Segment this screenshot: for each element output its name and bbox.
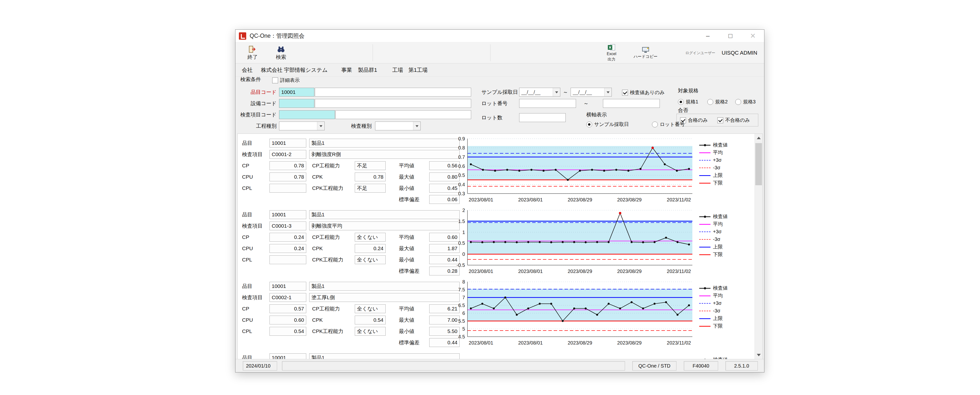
legend-item: 平均: [699, 292, 750, 299]
x-axis-sample-label: サンプル採取日: [594, 121, 629, 127]
legend-item: 上限: [699, 243, 750, 251]
x-axis-sample-radio[interactable]: サンプル採取日: [586, 121, 629, 127]
svg-text:2023/08/29: 2023/08/29: [617, 197, 642, 202]
min-label: 最小値: [399, 255, 414, 264]
excel-export-button[interactable]: Excel 出力: [598, 43, 625, 62]
item-code-field: 10001: [269, 210, 306, 219]
inspection-item-code-input[interactable]: [279, 110, 335, 119]
legend-label: 下限: [713, 180, 723, 186]
business-value: 製品群1: [358, 67, 377, 74]
max-label: 最大値: [399, 172, 414, 182]
svg-text:2023/08/01: 2023/08/01: [469, 269, 493, 274]
minimize-button[interactable]: –: [697, 30, 719, 42]
lot-count-input[interactable]: [519, 113, 566, 122]
process-type-select[interactable]: [279, 121, 325, 131]
cp-value-field: 0.57: [269, 304, 306, 313]
equipment-code-label: 設備コード: [235, 99, 277, 108]
spec2-label: 規格2: [715, 99, 728, 105]
inspection-item-code-label: 検査項目コード: [235, 110, 277, 119]
radio-circle: [586, 121, 592, 127]
legend-label: 平均: [713, 292, 723, 299]
inspection-result-panel: 品目 10001 製品1 検査項目 CP CP工程能力 平均値 CPU CPK …: [242, 352, 752, 360]
legend-line-sample: [699, 214, 711, 219]
x-axis-lot-radio[interactable]: ロット番号: [652, 121, 684, 127]
chevron-down-icon: [553, 88, 560, 96]
chevron-down-icon: [604, 88, 611, 96]
spec2-radio[interactable]: 規格2: [707, 99, 728, 105]
scrollbar-thumb[interactable]: [755, 143, 762, 185]
cpu-label: CPU: [242, 172, 253, 182]
search-conditions-title: 検索条件: [240, 75, 261, 84]
svg-text:5: 5: [462, 326, 465, 331]
item-code-input[interactable]: 10001: [279, 88, 314, 97]
svg-text:1: 1: [462, 229, 465, 235]
lot-count-label: ロット数: [481, 113, 502, 122]
search-button[interactable]: 検索: [270, 43, 292, 62]
exit-button[interactable]: 終了: [241, 43, 264, 62]
legend-label: 検査値: [713, 285, 728, 291]
legend-line-sample: [699, 143, 711, 147]
chart-legend: 検査値平均+3σ-3σ上限下限: [699, 284, 750, 330]
cpl-label: CPL: [242, 255, 252, 264]
close-button[interactable]: ✕: [741, 30, 764, 42]
legend-label: 検査値: [713, 213, 728, 220]
legend-line-sample: [699, 245, 711, 249]
spec3-label: 規格3: [743, 99, 756, 105]
item-name-field: 製品1: [309, 210, 460, 219]
cpl-label: CPL: [242, 184, 252, 193]
cp-ability-field: 全くない: [355, 233, 386, 242]
detail-display-checkbox[interactable]: 詳細表示: [272, 77, 300, 84]
equipment-code-input[interactable]: [279, 99, 314, 108]
app-icon: [239, 32, 246, 40]
only-with-value-checkbox[interactable]: 検査値ありのみ: [622, 89, 665, 96]
cpk-label: CPK: [312, 172, 323, 182]
radio-circle: [652, 121, 658, 127]
legend-label: 検査値: [713, 142, 728, 148]
inspection-result-panel: 品目 10001 製品1 検査項目 C0001-2 剥離強度R側 CP 0.78…: [242, 138, 752, 205]
radio-circle: [678, 99, 684, 105]
statusbar-screen-id: F40040: [684, 361, 718, 371]
min-label: 最小値: [399, 184, 414, 193]
pass-fail-label: 合否: [678, 106, 688, 115]
fail-only-label: 不合格のみ: [725, 117, 750, 124]
lot-range-tilde: ～: [582, 99, 590, 108]
legend-label: +3σ: [713, 229, 722, 234]
inspection-name-field: 剥離強度R側: [309, 150, 460, 159]
cp-ability-field: 全くない: [355, 304, 386, 313]
vertical-scrollbar[interactable]: [755, 134, 762, 359]
legend-label: -3σ: [713, 308, 720, 314]
legend-item: +3σ: [699, 299, 750, 307]
svg-text:2023/08/01: 2023/08/01: [469, 197, 493, 202]
svg-text:0.3: 0.3: [458, 191, 465, 196]
fail-only-checkbox[interactable]: 不合格のみ: [718, 117, 750, 124]
spec3-radio[interactable]: 規格3: [735, 99, 756, 105]
sample-date-from-select[interactable]: __/__/__: [519, 88, 560, 97]
legend-label: +3σ: [713, 300, 722, 306]
legend-label: 平均: [713, 221, 723, 228]
inspection-type-select[interactable]: [375, 121, 421, 131]
login-area: ログインユーザー UISQC ADMIN: [685, 42, 757, 64]
lot-number-from-input[interactable]: [519, 99, 576, 108]
item-name-input[interactable]: [315, 88, 471, 97]
max-label: 最大値: [399, 244, 414, 253]
scroll-up-button[interactable]: [755, 134, 762, 142]
statusbar-product: QC-One / STD: [632, 361, 676, 371]
inspection-item-name-input[interactable]: [336, 110, 471, 119]
equipment-name-input[interactable]: [315, 99, 471, 108]
checkbox-box: [272, 77, 278, 83]
hardcopy-button[interactable]: ハードコピー: [628, 43, 663, 62]
inspection-code-field: C0001-2: [269, 150, 306, 159]
sample-date-to-select[interactable]: __/__/__: [571, 88, 612, 97]
svg-text:2023/08/29: 2023/08/29: [617, 340, 642, 346]
spec1-radio[interactable]: 規格1: [678, 99, 698, 105]
cpl-label: CPL: [242, 327, 252, 336]
legend-label: 上限: [713, 172, 723, 178]
hardcopy-icon: [641, 46, 650, 53]
cp-ability-label: CP工程能力: [312, 304, 340, 313]
scroll-down-button[interactable]: [755, 351, 762, 359]
statusbar-message: [282, 361, 625, 371]
legend-label: -3σ: [713, 165, 720, 170]
maximize-button[interactable]: □: [719, 30, 741, 42]
cpk-value-field: 0.54: [355, 315, 386, 325]
lot-number-to-input[interactable]: [603, 99, 660, 108]
